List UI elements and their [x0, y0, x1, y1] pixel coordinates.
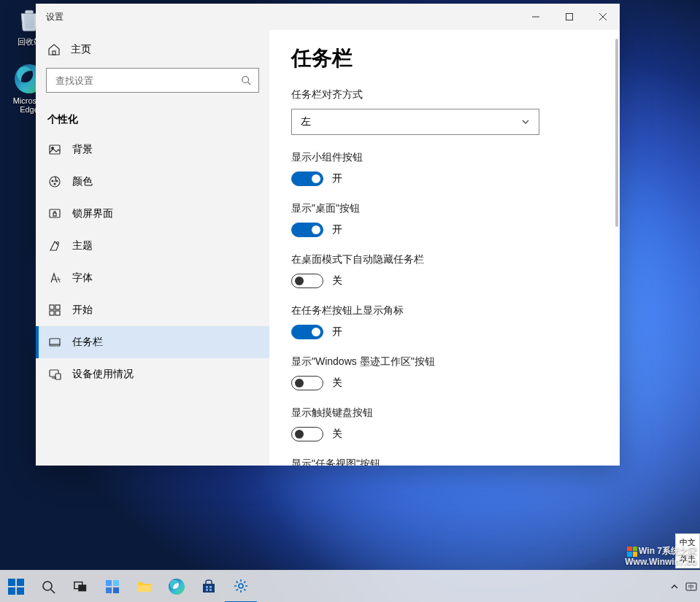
- sidebar-item-colors[interactable]: 颜色: [36, 166, 269, 198]
- svg-rect-18: [55, 305, 60, 309]
- file-explorer-button[interactable]: [128, 571, 161, 603]
- svg-text:中: 中: [688, 584, 694, 590]
- toggle-label-taskview: 显示"任务视图"按钮: [291, 458, 598, 466]
- sidebar-item-themes[interactable]: 主题: [36, 230, 269, 262]
- sidebar-item-lockscreen[interactable]: 锁屏界面: [36, 198, 269, 230]
- svg-rect-38: [209, 589, 212, 591]
- background-icon: [47, 143, 62, 156]
- ime-line1: 中文: [677, 537, 698, 548]
- sidebar-home-label: 主页: [71, 43, 91, 56]
- toggle-label-badges: 在任务栏按钮上显示角标: [291, 304, 598, 317]
- chevron-up-icon[interactable]: [669, 582, 680, 592]
- start-button[interactable]: [0, 571, 32, 603]
- lockscreen-icon: [47, 207, 62, 220]
- svg-line-7: [248, 82, 251, 85]
- edge-taskbar-button[interactable]: [161, 571, 193, 603]
- svg-point-6: [242, 77, 249, 83]
- svg-point-39: [239, 584, 243, 588]
- sidebar-item-label: 设备使用情况: [72, 368, 134, 381]
- svg-point-16: [57, 242, 59, 244]
- window-titlebar[interactable]: 设置: [36, 4, 620, 30]
- svg-rect-37: [206, 589, 208, 591]
- svg-rect-36: [209, 586, 212, 588]
- taskbar-icon: [47, 336, 62, 349]
- sidebar-home[interactable]: 主页: [36, 36, 269, 63]
- themes-icon: [47, 239, 62, 252]
- svg-point-11: [52, 180, 53, 182]
- toggle-label-touch-kbd: 显示触摸键盘按钮: [291, 406, 598, 420]
- settings-taskbar-button[interactable]: [225, 571, 257, 603]
- svg-point-26: [43, 582, 52, 590]
- sidebar-item-label: 背景: [72, 143, 93, 156]
- svg-rect-20: [55, 311, 60, 315]
- toggle-state-ink: 关: [332, 377, 342, 390]
- ime-icon[interactable]: 中: [685, 581, 697, 593]
- toggle-state-desktop-btn: 开: [332, 223, 342, 236]
- minimize-button[interactable]: [519, 4, 553, 30]
- taskview-button[interactable]: [64, 571, 96, 603]
- sidebar-item-label: 锁屏界面: [72, 207, 113, 220]
- device-usage-icon: [47, 368, 62, 381]
- svg-rect-5: [53, 51, 55, 55]
- edge-icon: [169, 579, 185, 595]
- svg-point-13: [54, 183, 55, 185]
- svg-rect-0: [26, 10, 34, 13]
- svg-point-12: [56, 180, 58, 182]
- svg-rect-17: [50, 305, 54, 309]
- toggle-label-ink: 显示"Windows 墨迹工作区"按钮: [291, 355, 598, 368]
- sidebar-item-label: 字体: [72, 271, 93, 285]
- folder-icon: [136, 579, 153, 595]
- svg-rect-34: [203, 584, 215, 593]
- toggle-label-autohide: 在桌面模式下自动隐藏任务栏: [291, 253, 598, 266]
- toggle-label-desktop-btn: 显示"桌面"按钮: [291, 202, 598, 215]
- toggle-state-touch-kbd: 关: [332, 428, 342, 441]
- windows-logo-icon: [8, 579, 24, 595]
- close-button[interactable]: [586, 4, 620, 30]
- colors-icon: [47, 175, 62, 188]
- search-box: [46, 68, 259, 93]
- svg-rect-32: [106, 587, 112, 593]
- toggle-ink[interactable]: [291, 376, 323, 390]
- fonts-icon: [47, 271, 62, 285]
- settings-window: 设置 主页 个性化 背景颜: [36, 4, 620, 466]
- alignment-dropdown-button[interactable]: 左: [291, 109, 539, 135]
- toggle-touch-kbd[interactable]: [291, 427, 323, 441]
- toggle-desktop-btn[interactable]: [291, 223, 323, 237]
- page-title: 任务栏: [291, 45, 598, 72]
- scrollbar-thumb[interactable]: [615, 39, 618, 227]
- toggle-autohide[interactable]: [291, 274, 323, 288]
- maximize-button[interactable]: [553, 4, 586, 30]
- taskview-icon: [73, 579, 88, 594]
- toggle-label-widgets: 显示小组件按钮: [291, 151, 598, 164]
- svg-rect-29: [78, 584, 86, 591]
- toggle-widgets[interactable]: [291, 171, 323, 186]
- taskbar-search-button[interactable]: [32, 571, 64, 603]
- sidebar-item-label: 颜色: [72, 175, 93, 188]
- sidebar-item-fonts[interactable]: 字体: [36, 262, 269, 294]
- search-input[interactable]: [46, 68, 259, 93]
- sidebar-item-label: 主题: [72, 239, 93, 252]
- scrollbar[interactable]: [615, 39, 618, 457]
- gear-icon: [233, 578, 249, 594]
- search-button[interactable]: [233, 68, 259, 93]
- sidebar-item-taskbar[interactable]: 任务栏: [36, 326, 269, 358]
- toggle-state-widgets: 开: [332, 172, 342, 185]
- store-button[interactable]: [193, 571, 225, 603]
- sidebar-item-start[interactable]: 开始: [36, 294, 269, 326]
- svg-rect-35: [206, 586, 208, 588]
- ime-indicator[interactable]: 中文 单击: [675, 533, 700, 568]
- start-icon: [47, 304, 62, 317]
- alignment-dropdown[interactable]: 左: [291, 109, 539, 135]
- sidebar-item-background[interactable]: 背景: [36, 134, 269, 166]
- window-title: 设置: [36, 11, 64, 23]
- svg-rect-24: [55, 374, 61, 379]
- sidebar-item-device-usage[interactable]: 设备使用情况: [36, 358, 269, 390]
- svg-rect-15: [53, 213, 56, 216]
- widgets-button[interactable]: [96, 571, 128, 603]
- content-pane: 任务栏 任务栏对齐方式 左 显示小组件按钮 开 显示"桌面"按钮 开 在桌面模式…: [269, 30, 620, 466]
- widgets-icon: [104, 579, 120, 595]
- svg-line-27: [51, 590, 55, 593]
- toggle-state-badges: 开: [332, 325, 342, 339]
- search-icon: [41, 579, 55, 594]
- toggle-badges[interactable]: [291, 325, 323, 339]
